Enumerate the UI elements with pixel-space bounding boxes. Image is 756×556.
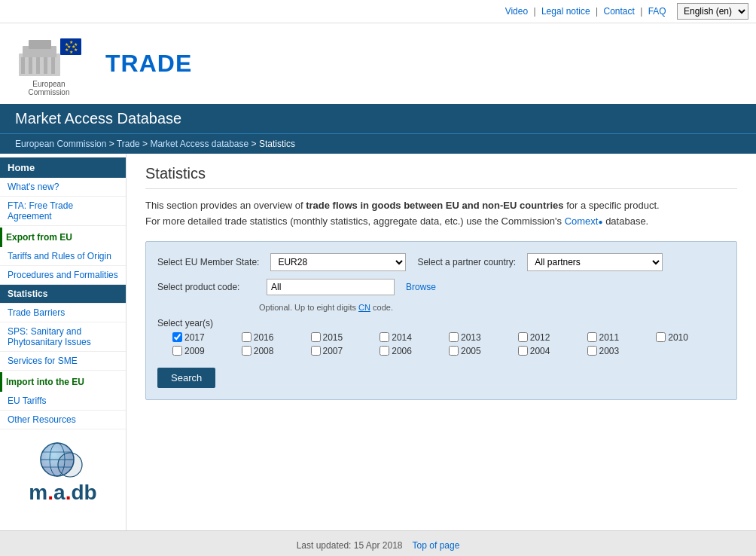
last-updated-date: 15 Apr 2018 — [354, 540, 403, 551]
db-title-banner: Market Access Database — [0, 104, 756, 133]
sidebar: Home What's new? FTA: Free Trade Agreeme… — [0, 154, 127, 530]
globe-icon — [38, 441, 87, 478]
year-checkbox-2009[interactable] — [172, 346, 182, 356]
faq-link[interactable]: FAQ — [648, 6, 666, 17]
year-checkbox-2005[interactable] — [449, 346, 459, 356]
breadcrumb-ec[interactable]: European Commission — [15, 139, 106, 149]
svg-rect-14 — [36, 57, 40, 74]
sidebar-item-trade-barriers[interactable]: Trade Barriers — [0, 304, 126, 322]
form-row-product: Select product code: Browse — [157, 279, 725, 295]
top-bar: Video | Legal notice | Contact | FAQ Eng… — [0, 0, 756, 23]
search-button[interactable]: Search — [157, 368, 215, 388]
intro-text: This section provides an overview of tra… — [145, 198, 737, 230]
logo-area: ★ ★ ★ ★ ★ ★ ★ ★ European Commission — [15, 31, 83, 96]
year-checkbox-2008[interactable] — [242, 346, 251, 356]
year-label-2015: 2015 — [323, 332, 343, 343]
year-label-2013: 2013 — [461, 332, 481, 343]
sidebar-item-fta[interactable]: FTA: Free Trade Agreement — [0, 197, 126, 226]
year-item-2011: 2011 — [587, 332, 657, 343]
browse-link[interactable]: Browse — [406, 282, 436, 292]
year-checkbox-2012[interactable] — [518, 332, 528, 342]
year-checkbox-2016[interactable] — [242, 332, 251, 342]
year-checkbox-2017[interactable] — [172, 332, 182, 342]
sidebar-item-services-sme[interactable]: Services for SME — [0, 352, 126, 371]
year-label-2008: 2008 — [254, 346, 274, 356]
last-updated-label: Last updated: — [297, 540, 352, 551]
year-item-2004: 2004 — [518, 346, 587, 356]
header: ★ ★ ★ ★ ★ ★ ★ ★ European Commission TRAD… — [0, 23, 756, 104]
year-label-2014: 2014 — [392, 332, 412, 343]
svg-rect-13 — [29, 57, 32, 74]
sidebar-section-export: Export from EU — [0, 228, 126, 247]
sidebar-item-whats-new[interactable]: What's new? — [0, 178, 126, 197]
year-label-2016: 2016 — [254, 332, 274, 343]
year-item-2017: 2017 — [172, 332, 242, 343]
page-title: Statistics — [145, 165, 737, 189]
year-checkbox-2011[interactable] — [587, 332, 597, 342]
video-link[interactable]: Video — [505, 6, 528, 17]
cn-hint: Optional. Up to eight digits CN code. — [259, 303, 725, 312]
language-select[interactable]: English (en) — [677, 3, 748, 20]
sidebar-item-tariffs[interactable]: Tariffs and Rules of Origin — [0, 247, 126, 266]
eu-member-label: Select EU Member State: — [157, 257, 259, 267]
cn-link[interactable]: CN — [358, 303, 370, 312]
year-checkbox-2010[interactable] — [656, 332, 666, 342]
sidebar-item-sps[interactable]: SPS: Sanitary and Phytosanitary Issues — [0, 322, 126, 352]
main-layout: Home What's new? FTA: Free Trade Agreeme… — [0, 154, 756, 530]
search-form: Select EU Member State: EUR28 Select a p… — [145, 241, 737, 400]
year-item-2005: 2005 — [449, 346, 518, 356]
product-code-input[interactable] — [267, 279, 395, 295]
year-item-2014: 2014 — [380, 332, 449, 343]
trade-title: TRADE — [105, 50, 192, 78]
footer: Last updated: 15 Apr 2018 Top of page — [0, 530, 756, 556]
sidebar-item-home[interactable]: Home — [0, 157, 126, 178]
breadcrumb-madb[interactable]: Market Access database — [150, 139, 248, 149]
top-of-page-link[interactable]: Top of page — [413, 540, 460, 551]
year-item-2012: 2012 — [518, 332, 587, 343]
eu-member-select[interactable]: EUR28 — [270, 253, 406, 271]
breadcrumb: European Commission > Trade > Market Acc… — [0, 133, 756, 154]
year-checkbox-2007[interactable] — [311, 346, 321, 356]
year-checkbox-2004[interactable] — [518, 346, 528, 356]
year-item-2015: 2015 — [311, 332, 380, 343]
comext-link[interactable]: Comext — [565, 215, 599, 227]
year-label-2006: 2006 — [392, 346, 412, 356]
sidebar-item-statistics[interactable]: Statistics — [0, 285, 126, 304]
year-item-2016: 2016 — [242, 332, 311, 343]
year-label-2007: 2007 — [323, 346, 343, 356]
svg-rect-16 — [51, 57, 55, 74]
year-checkbox-2013[interactable] — [449, 332, 459, 342]
year-label-2003: 2003 — [599, 346, 620, 356]
form-row-state-partner: Select EU Member State: EUR28 Select a p… — [157, 253, 725, 271]
year-label-2011: 2011 — [599, 332, 620, 343]
sidebar-item-procedures[interactable]: Procedures and Formalities — [0, 266, 126, 285]
svg-rect-15 — [44, 57, 47, 74]
legal-link[interactable]: Legal notice — [541, 6, 590, 17]
partner-country-label: Select a partner country: — [417, 257, 516, 267]
ec-label: European Commission — [28, 80, 69, 96]
year-item-2007: 2007 — [311, 346, 380, 356]
contact-link[interactable]: Contact — [603, 6, 634, 17]
sidebar-item-other-resources[interactable]: Other Resources — [0, 411, 126, 429]
sidebar-section-import: Import into the EU — [0, 372, 126, 392]
content-area: Statistics This section provides an over… — [127, 154, 756, 530]
svg-text:★: ★ — [67, 44, 71, 49]
eu-commission-logo: ★ ★ ★ ★ ★ ★ ★ ★ — [15, 31, 83, 80]
sidebar-item-eu-tariffs[interactable]: EU Tariffs — [0, 392, 126, 411]
partner-country-select[interactable]: All partners — [527, 253, 663, 271]
year-label-2017: 2017 — [184, 332, 205, 343]
year-checkbox-2014[interactable] — [380, 332, 389, 342]
year-item-2006: 2006 — [380, 346, 449, 356]
years-section: Select year(s) 2017201620152014201320122… — [157, 318, 725, 356]
year-label-2010: 2010 — [668, 332, 688, 343]
madb-logo: m.a.db — [0, 429, 126, 516]
year-item-2008: 2008 — [242, 346, 311, 356]
year-label-2012: 2012 — [530, 332, 550, 343]
madb-logo-text: m.a.db — [8, 481, 118, 505]
year-checkbox-2006[interactable] — [380, 346, 389, 356]
breadcrumb-trade[interactable]: Trade — [117, 139, 140, 149]
year-checkbox-2015[interactable] — [311, 332, 321, 342]
year-checkbox-2003[interactable] — [587, 346, 597, 356]
year-item-2009: 2009 — [172, 346, 242, 356]
year-label-2009: 2009 — [184, 346, 205, 356]
